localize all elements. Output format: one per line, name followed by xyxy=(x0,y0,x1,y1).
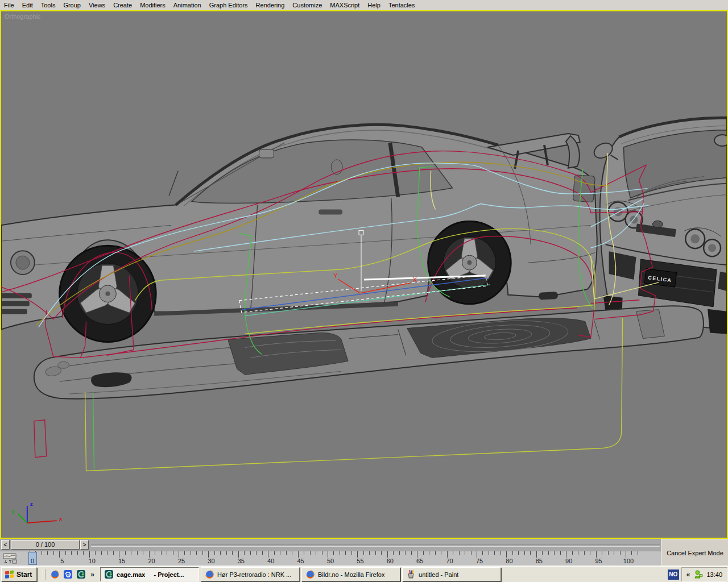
trackbar-ruler[interactable]: 0510152025303540455055606570758085909510… xyxy=(19,551,661,566)
viewport-label[interactable]: Orthographic xyxy=(5,13,41,20)
front-wheel xyxy=(60,246,156,342)
internet-explorer-icon[interactable] xyxy=(63,569,73,579)
system-tray: « 13:40 xyxy=(681,567,727,581)
menu-item-customize[interactable]: Customize xyxy=(288,1,326,10)
x-axis-line xyxy=(27,521,57,523)
paint-icon xyxy=(406,569,416,579)
open-mini-curve-editor-button[interactable] xyxy=(3,553,18,564)
trackbar-tick-label: 10 xyxy=(89,558,96,564)
quick-launch-overflow-chevron[interactable]: » xyxy=(89,571,96,579)
trackbar-tick-label: 100 xyxy=(623,558,634,564)
time-slider[interactable]: 0 / 100 xyxy=(11,540,80,550)
trackbar-tick-label: 0 xyxy=(31,558,34,564)
trackbar-tick-label: 40 xyxy=(267,558,274,564)
firefox-icon[interactable] xyxy=(50,569,60,579)
task-title: Hør P3-retroradio : NRK ... xyxy=(217,571,291,578)
trackbar-tick-label: 70 xyxy=(446,558,453,564)
trackbar-tick-label: 55 xyxy=(357,558,363,564)
y-axis-label: y xyxy=(11,508,15,514)
menu-bar: FileEditToolsGroupViewsCreateModifiersAn… xyxy=(0,0,728,11)
task-button-untitled-paint[interactable]: untitled - Paint xyxy=(402,567,501,581)
firefox-icon xyxy=(205,569,214,579)
menu-item-rendering[interactable]: Rendering xyxy=(252,1,289,10)
next-frame-button[interactable]: > xyxy=(80,540,89,550)
trackbar-tick-label: 35 xyxy=(238,558,245,564)
task-title: cage.max - Project... xyxy=(117,571,184,578)
trackbar-tick-label: 90 xyxy=(565,558,572,564)
task-title: Bildr.no - Mozilla Firefox xyxy=(318,571,384,578)
taskbar-divider[interactable] xyxy=(43,569,46,580)
viewport-orthographic[interactable]: Orthographic xyxy=(0,10,728,539)
world-axis-tripod: z x y xyxy=(11,501,63,523)
menu-item-modifiers[interactable]: Modifiers xyxy=(136,1,169,10)
task-button-bildr-firefox[interactable]: Bildr.no - Mozilla Firefox xyxy=(301,567,400,581)
taskbar-clock[interactable]: 13:40 xyxy=(706,571,722,578)
tray-chevron[interactable]: « xyxy=(685,571,692,579)
trackbar-tick-label: 5 xyxy=(60,558,64,564)
menu-item-views[interactable]: Views xyxy=(85,1,109,10)
y-axis-line xyxy=(18,514,27,523)
trackbar-tick-label: 80 xyxy=(506,558,512,564)
3ds-max-icon[interactable] xyxy=(76,569,86,579)
z-axis-label: z xyxy=(30,501,33,507)
quick-launch-bar: » xyxy=(37,569,100,580)
menu-item-tools[interactable]: Tools xyxy=(37,1,60,10)
trackbar-tick-label: 25 xyxy=(178,558,185,564)
trackbar-tick-label: 85 xyxy=(536,558,543,564)
start-label: Start xyxy=(16,571,32,579)
trackbar-tick-label: 15 xyxy=(118,558,125,564)
menu-item-tentacles[interactable]: Tentacles xyxy=(384,1,419,10)
messenger-icon[interactable] xyxy=(694,569,704,579)
taskbar: Start » cage. xyxy=(0,566,728,582)
cancel-expert-mode-button[interactable]: Cancel Expert Mode xyxy=(661,539,728,566)
language-indicator[interactable]: NO xyxy=(668,569,679,580)
trackbar-tick-label: 20 xyxy=(148,558,155,564)
trackbar-tick-label: 30 xyxy=(208,558,214,564)
menu-item-create[interactable]: Create xyxy=(109,1,136,10)
start-button[interactable]: Start xyxy=(1,567,37,581)
previous-frame-button[interactable]: < xyxy=(1,540,10,550)
viewport-canvas[interactable]: CELICA xyxy=(1,11,727,538)
blueprint-front-view: CELICA xyxy=(592,118,727,334)
menu-item-edit[interactable]: Edit xyxy=(18,1,37,10)
trackbar-tick-label: 45 xyxy=(297,558,304,564)
firefox-icon xyxy=(305,569,315,579)
menu-item-help[interactable]: Help xyxy=(363,1,384,10)
menu-item-file[interactable]: File xyxy=(0,1,18,10)
door-handle xyxy=(318,209,342,214)
task-title: untitled - Paint xyxy=(419,571,458,578)
task-button-nrk-radio[interactable]: Hør P3-retroradio : NRK ... xyxy=(201,567,300,581)
windows-flag-icon xyxy=(5,569,14,579)
3ds-max-icon xyxy=(104,569,114,579)
trackbar-tick-label: 65 xyxy=(416,558,423,564)
menu-item-group[interactable]: Group xyxy=(59,1,85,10)
trackbar-tick-label: 95 xyxy=(595,558,602,564)
trackbar-tick-label: 60 xyxy=(387,558,394,564)
rear-spoiler xyxy=(487,134,580,155)
track-bar[interactable]: 0510152025303540455055606570758085909510… xyxy=(0,551,661,566)
task-button-cage-max[interactable]: cage.max - Project... xyxy=(100,567,199,581)
time-slider-track[interactable] xyxy=(91,544,660,547)
screen: FileEditToolsGroupViewsCreateModifiersAn… xyxy=(0,0,728,582)
trackbar-tick-label: 50 xyxy=(327,558,334,564)
menu-item-animation[interactable]: Animation xyxy=(169,1,205,10)
time-slider-bar: < 0 / 100 > xyxy=(0,539,661,551)
gizmo-x-label: X xyxy=(413,276,417,283)
x-axis-label: x xyxy=(59,516,63,522)
menu-item-graph-editors[interactable]: Graph Editors xyxy=(205,1,252,10)
menu-item-maxscript[interactable]: MAXScript xyxy=(326,1,363,10)
side-mirror xyxy=(259,149,274,158)
gizmo-y-label: Y xyxy=(333,272,338,279)
trackbar-tick-label: 75 xyxy=(476,558,483,564)
